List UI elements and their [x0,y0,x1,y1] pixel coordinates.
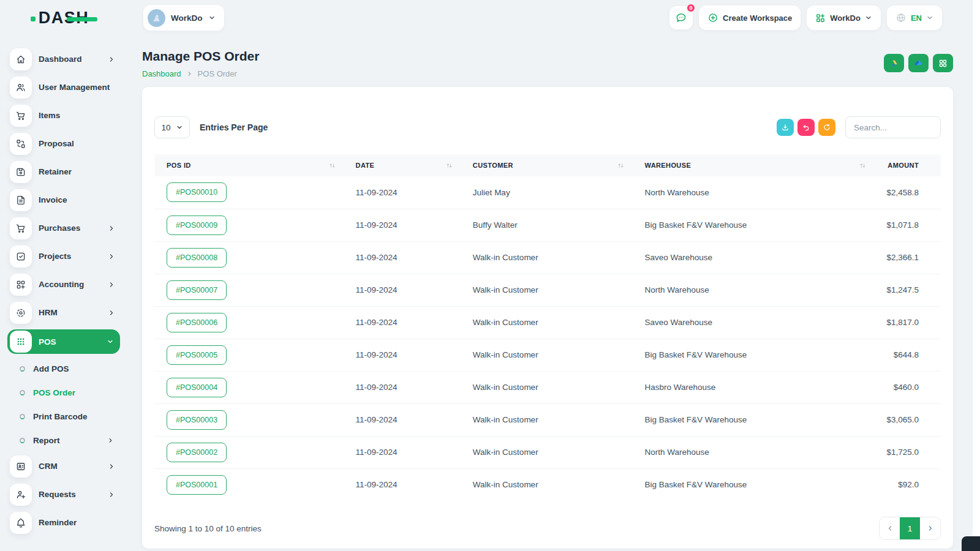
breadcrumb: Dashboard POS Order [142,69,259,78]
showing-entries-text: Showing 1 to 10 of 10 entries [154,524,262,533]
pos-id-link[interactable]: #POS00005 [167,345,227,365]
table-row: #POS00005 11-09-2024 Walk-in Customer Bi… [154,339,941,371]
create-workspace-button[interactable]: Create Workspace [699,6,801,30]
date-cell: 11-09-2024 [346,241,463,274]
grid-plus-icon [10,274,32,296]
app-logo[interactable]: DASH [39,9,89,28]
pos-id-cell: #POS00006 [154,306,346,339]
app-switcher-dropdown[interactable]: WorkDo [807,6,881,30]
warehouse-cell: Big Basket F&V Warehouse [635,403,876,436]
sidebar-item-user-management[interactable]: User Management [7,76,120,99]
entries-per-page-label: Entries Per Page [200,122,268,132]
users-icon [10,77,32,99]
sidebar-item-retainer[interactable]: Retainer [7,160,120,183]
checkbox-icon [10,246,32,268]
chevron-right-icon [108,463,115,470]
pos-id-link[interactable]: #POS00007 [167,280,227,300]
language-dropdown[interactable]: EN [887,6,942,30]
table-row: #POS00007 11-09-2024 Walk-in Customer No… [154,274,941,306]
google-drive-button[interactable] [884,54,904,72]
pos-id-cell: #POS00003 [154,403,346,436]
pagination-page-1[interactable]: 1 [900,517,920,539]
pos-id-link[interactable]: #POS00006 [167,313,227,332]
date-cell: 11-09-2024 [346,176,463,209]
app-switcher-label: WorkDo [830,13,861,23]
sidebar-item-purchases[interactable]: Purchases [7,217,120,239]
page-title: Manage POS Order [142,49,259,64]
table-row: #POS00010 11-09-2024 Juliet May North Wa… [154,176,941,209]
sidebar-item-requests[interactable]: Requests [7,483,120,506]
search-input[interactable] [845,116,941,138]
pos-id-link[interactable]: #POS00003 [167,410,227,430]
globe-icon [895,12,907,23]
pos-id-link[interactable]: #POS00009 [167,216,227,235]
workspace-label: WorkDo [171,13,203,23]
messages-button[interactable]: 0 [669,6,693,29]
column-header-date[interactable]: DATE [346,154,463,176]
chevron-down-icon [926,14,933,21]
plus-circle-icon [707,12,718,23]
amount-cell: $3,065.0 [876,403,941,436]
table-row: #POS00009 11-09-2024 Buffy Walter Big Ba… [154,209,941,241]
refresh-button[interactable] [818,119,835,136]
column-header-customer[interactable]: CUSTOMER [463,154,635,176]
pos-id-link[interactable]: #POS00001 [167,475,227,495]
table-toolbar: 10 Entries Per Page [154,116,941,138]
sidebar-item-pos[interactable]: POS [7,329,120,354]
column-header-pos-id[interactable]: POS ID [154,154,346,176]
sidebar-subitem-print-barcode[interactable]: Print Barcode [7,407,120,425]
amount-cell: $2,458.8 [876,176,941,209]
workspace-selector[interactable]: WorkDo [143,5,224,31]
pos-order-table: POS ID DATE CUSTOMER WAREHOUSE AMOUNT #P… [154,154,941,501]
sidebar-subitem-add-pos[interactable]: Add POS [7,359,120,378]
sidebar-item-items[interactable]: Items [7,104,120,127]
reset-button[interactable] [797,119,815,136]
grid-dots-icon [10,331,32,353]
chevron-left-icon [886,525,894,532]
customer-cell: Juliet May [463,176,635,209]
sidebar-item-hrm[interactable]: HRM [7,301,120,324]
customer-cell: Buffy Walter [463,209,635,241]
breadcrumb-dashboard-link[interactable]: Dashboard [142,69,181,78]
pos-id-link[interactable]: #POS00004 [167,378,227,397]
onedrive-button[interactable] [908,54,929,72]
pos-id-link[interactable]: #POS00002 [167,443,227,462]
cart-icon [10,217,32,239]
sidebar-subitem-pos-order[interactable]: POS Order [7,383,120,402]
sidebar-item-crm[interactable]: CRM [7,455,120,478]
warehouse-cell: Saveo Warehouse [635,306,876,339]
chevron-right-icon [108,253,115,260]
chat-icon [675,12,687,24]
pos-id-link[interactable]: #POS00010 [167,182,227,202]
bullet-icon [20,438,25,443]
sidebar-item-projects[interactable]: Projects [7,245,120,268]
focus-icon [10,302,32,324]
undo-icon [802,123,810,132]
pagination-prev-button[interactable] [880,517,900,539]
column-header-warehouse[interactable]: WAREHOUSE [635,154,876,176]
pagination: 1 [879,517,941,540]
date-cell: 11-09-2024 [346,403,463,436]
sidebar: Dashboard User Management Items Proposal… [0,36,127,551]
sidebar-item-accounting[interactable]: Accounting [7,273,120,296]
pos-id-cell: #POS00004 [154,371,346,403]
entries-per-page-select[interactable]: 10 [154,116,190,138]
sidebar-item-proposal[interactable]: Proposal [7,132,120,155]
customer-cell: Walk-in Customer [463,436,635,468]
download-icon [781,123,790,132]
google-drive-icon [889,58,899,68]
floating-widget-button[interactable] [962,536,980,551]
sidebar-item-reminder[interactable]: Reminder [7,511,120,534]
sidebar-subitem-report[interactable]: Report [7,431,120,449]
grid-view-button[interactable] [933,54,953,72]
chevron-right-icon [107,437,114,444]
sidebar-item-invoice[interactable]: Invoice [7,189,120,211]
pagination-next-button[interactable] [920,517,940,539]
sidebar-item-dashboard[interactable]: Dashboard [7,48,120,70]
export-button[interactable] [777,119,794,136]
pos-id-link[interactable]: #POS00008 [167,248,227,268]
logo-zone: DASH [0,9,127,28]
date-cell: 11-09-2024 [346,306,463,339]
table-row: #POS00004 11-09-2024 Walk-in Customer Ha… [154,371,941,403]
scrollbar-track[interactable] [973,0,980,551]
